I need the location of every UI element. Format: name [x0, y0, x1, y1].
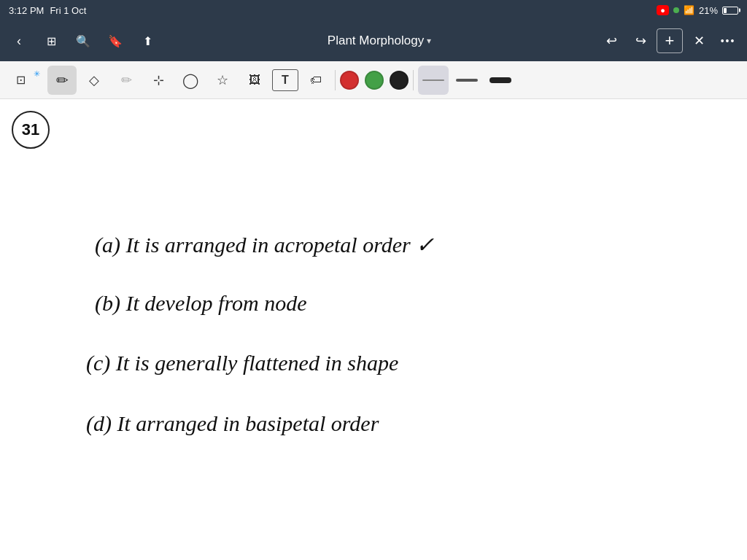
status-right: ● 📶 21% [657, 5, 738, 16]
battery-percent: 21% [699, 5, 718, 16]
record-indicator: ● [657, 5, 669, 15]
close-button[interactable]: ✕ [686, 28, 712, 54]
bookmark-button[interactable]: 🔖 [102, 28, 128, 54]
eraser-tool[interactable]: ◇ [80, 66, 109, 95]
back-button[interactable]: ‹ [6, 28, 32, 54]
handwriting-canvas: (a) It is arranged in acropetal order ✓ … [0, 99, 747, 560]
toolbar: ⊡ ✳ ✏ ◇ ✏ ⊹ ◯ ☆ 🖼 T 🏷 [0, 61, 747, 99]
star-tool[interactable]: ☆ [208, 66, 237, 95]
tag-tool[interactable]: 🏷 [301, 66, 330, 95]
content-area: 31 (a) It is arranged in acropetal order… [0, 99, 747, 560]
line-a: (a) It is arranged in acropetal order ✓ [95, 233, 434, 257]
more-button[interactable]: ••• [715, 28, 741, 54]
title-chevron: ▾ [427, 36, 431, 46]
document-title: Plant Morphology [328, 34, 424, 48]
line-d: (d) It arranged in basipetal order [86, 411, 379, 436]
stroke-small-line [422, 79, 444, 81]
redo-button[interactable]: ↪ [627, 28, 654, 54]
color-black[interactable] [390, 71, 409, 90]
image-tool[interactable]: 🖼 [240, 66, 269, 95]
stroke-medium-button[interactable] [452, 66, 482, 95]
bluetooth-icon: ✳ [34, 69, 40, 79]
grid-button[interactable]: ⊞ [38, 28, 64, 54]
battery-icon [722, 7, 738, 15]
date-display: Fri 1 Oct [50, 5, 86, 16]
title-right-buttons: ↩ ↪ + ✕ ••• [598, 28, 741, 54]
dot-indicator [673, 7, 679, 13]
add-page-button[interactable]: + [657, 28, 683, 53]
undo-button[interactable]: ↩ [598, 28, 624, 54]
toolbar-separator-2 [413, 70, 414, 90]
share-button[interactable]: ⬆ [134, 28, 160, 54]
stroke-large-line [489, 77, 511, 83]
wifi-icon: 📶 [684, 5, 694, 15]
title-bar: ‹ ⊞ 🔍 🔖 ⬆ Plant Morphology ▾ ↩ ↪ + ✕ ••• [0, 20, 747, 61]
selection-tool[interactable]: ⊹ [144, 66, 173, 95]
pen-tool[interactable]: ✏ [47, 66, 77, 95]
title-center: Plant Morphology ▾ [166, 34, 592, 48]
stroke-large-button[interactable] [485, 66, 516, 95]
stroke-small-button[interactable] [418, 66, 449, 95]
color-red[interactable] [340, 71, 359, 90]
crop-tool[interactable]: ⊡ [6, 66, 35, 95]
highlighter-tool[interactable]: ✏ [112, 66, 141, 95]
text-tool[interactable]: T [272, 69, 298, 91]
stroke-medium-line [456, 79, 478, 82]
status-left: 3:12 PM Fri 1 Oct [9, 5, 86, 16]
status-bar: 3:12 PM Fri 1 Oct ● 📶 21% [0, 0, 747, 20]
line-b: (b) It develop from node [95, 291, 306, 316]
time-display: 3:12 PM [9, 5, 44, 16]
search-button[interactable]: 🔍 [70, 28, 96, 54]
app-container: 3:12 PM Fri 1 Oct ● 📶 21% ‹ ⊞ 🔍 🔖 ⬆ Plan… [0, 0, 747, 560]
line-c: (c) It is generally flattened in shape [86, 351, 398, 376]
lasso-tool[interactable]: ◯ [176, 66, 205, 95]
toolbar-separator-1 [335, 70, 336, 90]
color-green[interactable] [365, 71, 384, 90]
